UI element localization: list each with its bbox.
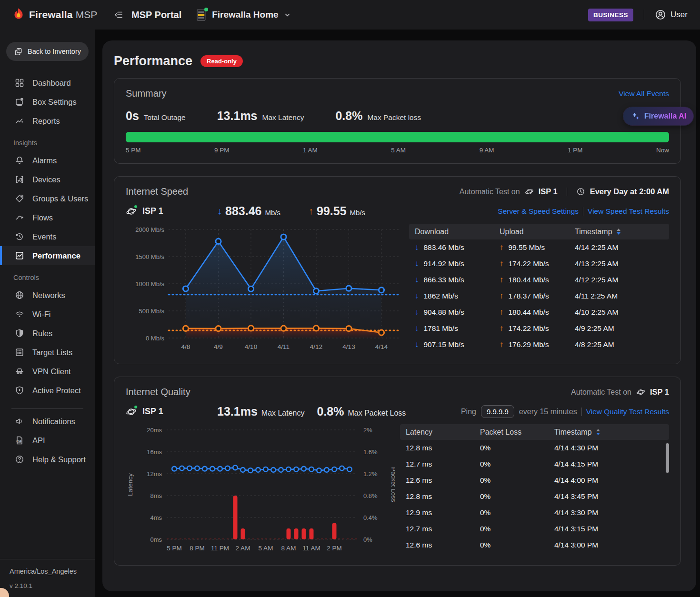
svg-text:4/9: 4/9	[214, 343, 223, 350]
table-cell: ↓883.46 Mb/s	[415, 243, 500, 252]
rules-icon	[15, 328, 24, 338]
quality-isp-row: ISP 1 13.1ms Max Latency 0.8% Max Packet…	[126, 405, 669, 418]
ping-target-input[interactable]: 9.9.9.9	[481, 405, 514, 418]
view-speed-test-results-link[interactable]: View Speed Test Results	[588, 207, 669, 216]
view-all-events-link[interactable]: View All Events	[619, 90, 669, 98]
download-arrow-icon: ↓	[415, 259, 419, 269]
sidebar-item-vpn-client[interactable]: VPN Client	[0, 362, 95, 381]
cell-value: 174.22 Mb/s	[509, 259, 549, 268]
download-arrow-icon: ↓	[415, 308, 419, 317]
table-cell: 4/14 3:45 PM	[554, 492, 669, 501]
timeline-tick-label: 9 PM	[214, 147, 230, 154]
sidebar-item-label: Reports	[32, 117, 60, 126]
cell-value: 12.7 ms	[406, 460, 432, 468]
view-quality-test-results-link[interactable]: View Quality Test Results	[586, 408, 669, 416]
sidebar-item-target-lists[interactable]: Target Lists	[0, 343, 95, 362]
quality-max-latency: 13.1ms Max Latency	[217, 405, 305, 418]
sidebar-item-api[interactable]: APIAPI	[0, 431, 95, 450]
speed-schedule: Every Day at 2:00 AM	[590, 187, 669, 196]
cell-value: 866.33 Mb/s	[424, 276, 464, 284]
upload-arrow-icon: ↑	[309, 206, 313, 217]
sidebar-item-box-settings[interactable]: Box Settings	[0, 92, 95, 111]
meta-divider	[567, 188, 567, 196]
cell-value: 12.7 ms	[406, 525, 432, 533]
upload-stat: ↑ 99.55 Mb/s	[309, 204, 400, 218]
sidebar-item-events[interactable]: Events	[0, 227, 95, 246]
svg-text:8ms: 8ms	[150, 492, 162, 499]
table-cell: ↓904.88 Mb/s	[415, 308, 500, 317]
table-cell: ↑180.44 Mb/s	[500, 275, 575, 285]
svg-text:1.6%: 1.6%	[363, 448, 378, 456]
cell-value: 883.46 Mb/s	[424, 243, 464, 252]
sidebar-item-active-protect[interactable]: Active Protect	[0, 381, 95, 400]
table-row: ↓1781 Mb/s↑174.22 Mb/s4/9 2:25 AM	[409, 320, 669, 337]
sidebar-item-label: API	[32, 436, 45, 445]
quality-chart: 0ms4ms8ms12ms16ms20ms0%0.4%0.8%1.2%1.6%2…	[126, 424, 395, 556]
sidebar-item-flows[interactable]: Flows	[0, 208, 95, 227]
svg-text:16ms: 16ms	[147, 448, 162, 456]
sidebar-item-reports[interactable]: Reports	[0, 111, 95, 130]
back-to-inventory-button[interactable]: Back to Inventory	[6, 42, 89, 61]
sidebar-item-devices[interactable]: Devices	[0, 170, 95, 189]
table-cell: 12.8 ms	[406, 492, 480, 501]
sidebar-item-groups-users[interactable]: Groups & Users	[0, 189, 95, 208]
svg-text:1500 Mb/s: 1500 Mb/s	[135, 253, 164, 260]
box-selector[interactable]: Firewalla Home	[196, 9, 290, 21]
total-outage-label: Total Outage	[144, 113, 186, 122]
cell-value: 4/10 2:25 AM	[575, 308, 618, 317]
performance-icon	[15, 251, 24, 260]
planet-icon	[636, 388, 645, 397]
sidebar-item-wifi[interactable]: Wi-Fi	[0, 305, 95, 324]
sidebar-item-networks[interactable]: Networks	[0, 286, 95, 305]
sidebar-item-label: Networks	[32, 291, 65, 300]
quality-auto-test-meta: Automatic Test on ISP 1	[571, 388, 669, 397]
timeline-tick-label: 5 PM	[126, 147, 141, 154]
sidebar-collapse-icon[interactable]	[113, 10, 124, 20]
table-row: 12.9 ms0%4/14 3:30 PM	[400, 505, 669, 521]
sidebar-item-dashboard[interactable]: Dashboard	[0, 73, 95, 92]
sidebar-item-alarms[interactable]: Alarms	[0, 151, 95, 170]
svg-text:8 PM: 8 PM	[190, 545, 205, 552]
cell-value: 4/11 2:25 AM	[575, 292, 618, 300]
upload-arrow-icon: ↑	[500, 275, 504, 285]
table-cell: ↓914.92 Mb/s	[415, 259, 500, 269]
column-header-timestamp[interactable]: Timestamp	[554, 428, 669, 437]
table-scrollbar[interactable]	[666, 443, 669, 473]
cell-value: 178.37 Mb/s	[509, 292, 549, 300]
sidebar-item-notifications[interactable]: Notifications	[0, 412, 95, 431]
column-header-download: Download	[415, 228, 500, 236]
table-row: ↓866.33 Mb/s↑180.44 Mb/s4/12 2:25 AM	[409, 272, 669, 288]
sidebar-item-performance[interactable]: Performance	[0, 246, 95, 265]
timeline-tick-label: 5 AM	[391, 147, 406, 154]
upload-value: 99.55	[317, 204, 347, 218]
column-header-label: Packet Loss	[480, 428, 521, 437]
cell-value: 0%	[480, 460, 490, 468]
sort-icon[interactable]	[617, 229, 620, 235]
max-packet-loss-stat: 0.8% Max Packet loss	[335, 109, 421, 123]
reports-icon	[15, 116, 24, 126]
sidebar-item-label: Rules	[32, 329, 52, 338]
quality-content-row: 0ms4ms8ms12ms16ms20ms0%0.4%0.8%1.2%1.6%2…	[126, 424, 669, 556]
sort-icon[interactable]	[596, 429, 600, 435]
brand: Firewalla MSP	[12, 8, 110, 22]
sidebar-item-help-support[interactable]: Help & Support	[0, 450, 95, 469]
max-latency-value: 13.1ms	[217, 109, 258, 123]
uptime-status-bar	[126, 132, 669, 142]
svg-text:2%: 2%	[363, 427, 372, 434]
user-menu[interactable]: User	[655, 9, 688, 20]
svg-text:0 Mb/s: 0 Mb/s	[146, 335, 165, 342]
firewalla-ai-button[interactable]: Firewalla AI	[623, 107, 693, 125]
column-header-timestamp[interactable]: Timestamp	[575, 228, 669, 236]
sidebar-item-label: Events	[32, 232, 56, 241]
user-icon	[655, 9, 666, 20]
sidebar-item-rules[interactable]: Rules	[0, 324, 95, 343]
table-cell: 4/14 4:00 PM	[554, 476, 669, 485]
table-cell: 4/14 4:15 PM	[554, 460, 669, 468]
server-speed-settings-link[interactable]: Server & Speed Settings	[498, 207, 579, 216]
sidebar-item-label: Devices	[32, 175, 60, 184]
svg-text:2 AM: 2 AM	[236, 545, 250, 552]
table-cell: 12.8 ms	[406, 444, 480, 452]
column-header-packet-loss: Packet Loss	[480, 428, 554, 437]
plan-badge[interactable]: BUSINESS	[588, 9, 633, 21]
column-header-upload: Upload	[500, 228, 575, 236]
